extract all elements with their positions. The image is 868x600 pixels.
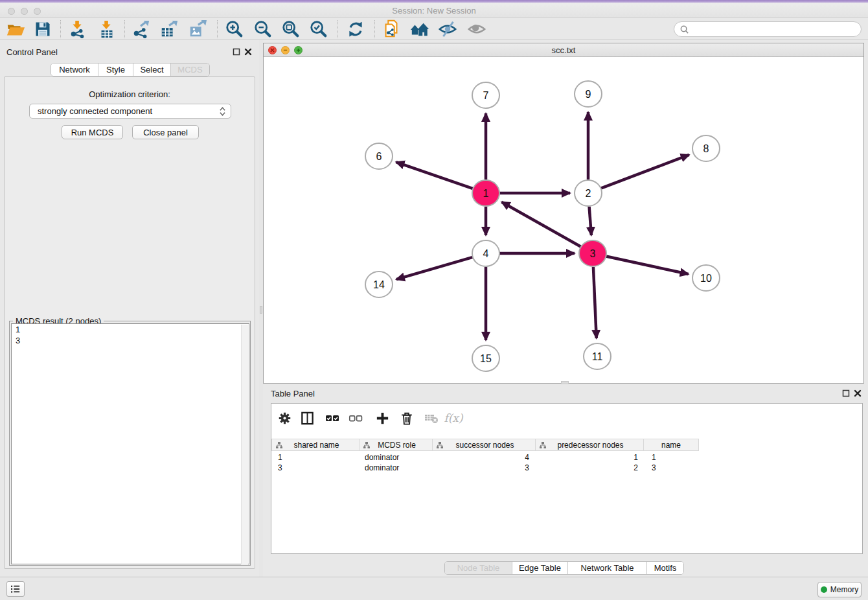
svg-text:2: 2: [586, 188, 591, 199]
divider-grip[interactable]: [260, 306, 262, 314]
zoom-in-button[interactable]: [223, 19, 246, 39]
open-session-button[interactable]: [4, 19, 27, 39]
close-table-panel-icon[interactable]: [854, 389, 862, 397]
refresh-button[interactable]: [344, 19, 367, 39]
column-header-mcds-role[interactable]: MCDS role: [360, 439, 433, 451]
table-tabs: Node Table Edge Table Network Table Moti…: [444, 561, 684, 575]
graph-node-1[interactable]: 1: [472, 180, 499, 206]
duplicate-network-button[interactable]: [380, 19, 403, 39]
delete-table-button[interactable]: [422, 408, 441, 428]
show-columns-button[interactable]: [297, 408, 317, 428]
delete-row-button[interactable]: [397, 408, 417, 428]
import-table-icon: [97, 19, 117, 39]
import-network-icon: [68, 19, 87, 39]
column-header-shared-name[interactable]: shared name: [271, 439, 360, 451]
search-field[interactable]: [674, 21, 862, 37]
float-table-panel-icon[interactable]: [842, 389, 850, 397]
cell-predecessor-nodes: 2: [536, 463, 644, 473]
hide-graphics-details-button[interactable]: [436, 19, 459, 39]
graph-edge-4-14[interactable]: [396, 257, 473, 279]
tab-node-table[interactable]: Node Table: [445, 562, 512, 574]
control-panel-title: Control Panel: [6, 47, 58, 57]
cell-mcds-role: dominator: [360, 452, 433, 463]
search-input[interactable]: [692, 25, 861, 34]
import-network-button[interactable]: [66, 19, 89, 39]
graph-edge-2-3[interactable]: [589, 207, 591, 235]
table-row[interactable]: 1 dominator 4 1 1: [271, 452, 699, 463]
save-icon: [34, 20, 52, 38]
task-history-button[interactable]: [6, 581, 25, 597]
column-type-icon: [363, 441, 371, 449]
graph-node-7[interactable]: 7: [472, 82, 499, 108]
table-panel-header: Table Panel: [263, 384, 868, 403]
list-icon: [10, 584, 21, 594]
optimization-criterion-select[interactable]: strongly connected component: [29, 104, 231, 119]
function-builder-button[interactable]: f(x): [444, 408, 463, 428]
graph-node-11[interactable]: 11: [584, 343, 611, 369]
network-graph: 7968124314101511: [264, 57, 863, 383]
duplicate-network-icon: [382, 19, 401, 39]
mcds-result-list[interactable]: 1 3: [11, 323, 249, 564]
tab-select[interactable]: Select: [133, 63, 171, 76]
column-header-predecessor-nodes[interactable]: predecessor nodes: [536, 439, 644, 451]
table-settings-button[interactable]: [275, 408, 294, 428]
select-all-button[interactable]: [323, 408, 342, 428]
memory-button[interactable]: Memory: [817, 582, 862, 597]
save-session-button[interactable]: [31, 19, 54, 39]
tab-mcds[interactable]: MCDS: [171, 63, 209, 76]
column-header-name[interactable]: name: [644, 439, 699, 451]
table-header-row: shared name MCDS role successor nodes pr…: [271, 439, 699, 451]
gear-icon: [278, 411, 291, 425]
float-panel-icon[interactable]: [233, 48, 240, 56]
close-panel-button[interactable]: Close panel: [132, 125, 199, 139]
columns-icon: [300, 411, 315, 426]
select-all-icon: [325, 410, 340, 426]
tab-network[interactable]: Network: [51, 63, 98, 76]
column-type-icon: [539, 441, 547, 449]
tab-motifs[interactable]: Motifs: [647, 562, 683, 574]
show-graphics-details-button[interactable]: [465, 19, 488, 39]
add-row-button[interactable]: [372, 408, 392, 428]
svg-text:11: 11: [592, 351, 603, 362]
export-network-button[interactable]: [130, 19, 153, 39]
node-table: f(x) shared name MCDS role successor nod…: [271, 403, 863, 554]
graph-node-10[interactable]: 10: [692, 265, 720, 291]
trash-icon: [400, 411, 414, 426]
graph-node-8[interactable]: 8: [692, 135, 720, 161]
graph-edge-3-10[interactable]: [606, 256, 689, 274]
cell-name: 1: [644, 452, 699, 463]
zoom-out-button[interactable]: [251, 19, 275, 39]
tab-network-table[interactable]: Network Table: [568, 562, 647, 574]
deselect-all-button[interactable]: [346, 408, 365, 428]
mcds-result-line: 3: [12, 335, 249, 346]
network-canvas[interactable]: 7968124314101511: [264, 57, 863, 383]
import-table-button[interactable]: [95, 19, 119, 39]
search-icon: [680, 25, 689, 34]
tab-edge-table[interactable]: Edge Table: [512, 562, 568, 574]
graph-node-3[interactable]: 3: [579, 240, 606, 266]
graph-edge-3-11[interactable]: [593, 267, 597, 338]
run-mcds-button[interactable]: Run MCDS: [62, 125, 123, 139]
graph-node-6[interactable]: 6: [365, 143, 393, 169]
export-image-button[interactable]: [186, 19, 209, 39]
graph-node-15[interactable]: 15: [472, 345, 499, 371]
home-button[interactable]: [408, 19, 431, 39]
close-panel-icon[interactable]: [244, 48, 252, 56]
graph-node-4[interactable]: 4: [472, 240, 499, 266]
graph-edge-1-6[interactable]: [396, 162, 473, 189]
graph-node-2[interactable]: 2: [575, 180, 602, 206]
graph-node-14[interactable]: 14: [365, 271, 393, 297]
export-table-button[interactable]: [157, 19, 181, 39]
eye-slash-icon: [438, 19, 457, 39]
optimization-criterion-value: strongly connected component: [38, 106, 218, 116]
zoom-selected-button[interactable]: [307, 19, 330, 39]
tab-style[interactable]: Style: [98, 63, 133, 76]
table-row[interactable]: 3 dominator 3 2 3: [271, 463, 699, 473]
graph-edge-3-1[interactable]: [501, 202, 580, 247]
open-folder-icon: [6, 19, 25, 39]
column-header-successor-nodes[interactable]: successor nodes: [433, 439, 536, 451]
graph-edge-2-8[interactable]: [601, 155, 689, 189]
zoom-fit-button[interactable]: [279, 19, 303, 39]
result-scrollbar[interactable]: [241, 325, 248, 564]
graph-node-9[interactable]: 9: [575, 81, 602, 107]
